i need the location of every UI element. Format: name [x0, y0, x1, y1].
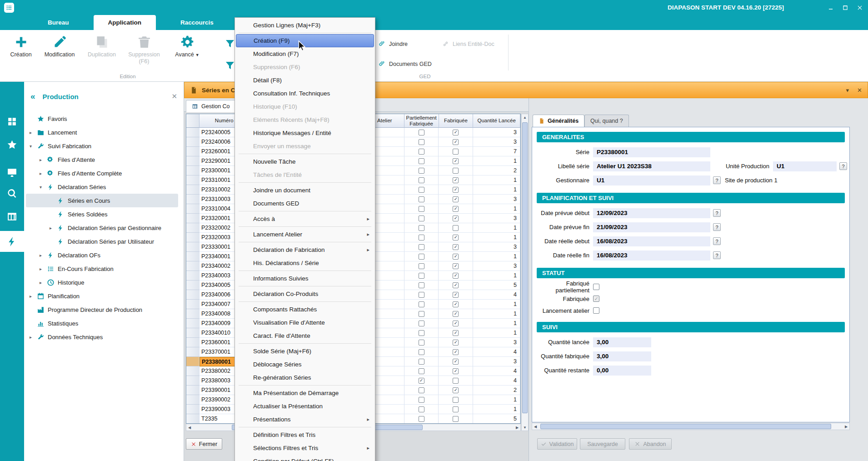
checkbox[interactable]: [419, 177, 424, 183]
abandon-button[interactable]: Abandon: [629, 438, 672, 450]
tree-item[interactable]: ▸En-Cours Fabrication: [26, 262, 184, 276]
row-selector[interactable]: [186, 357, 200, 366]
scroll-right-icon[interactable]: ▶: [843, 423, 849, 430]
tree-collapsed-arrow-icon[interactable]: ▸: [30, 130, 37, 135]
checkbox[interactable]: [419, 292, 424, 298]
creation-button[interactable]: Création: [5, 35, 36, 58]
menu-item[interactable]: Ma Présentation de Démarrage: [236, 386, 374, 400]
row-selector[interactable]: [186, 338, 200, 347]
column-header[interactable]: Partiellement Fabriquée: [404, 114, 439, 128]
menu-item[interactable]: Solde Série (Maj+F6): [236, 345, 374, 358]
suppression-button[interactable]: Suppression (F6): [125, 35, 164, 65]
tree-item[interactable]: ▸Déclaration OFs: [26, 248, 184, 262]
checkbox[interactable]: ✓: [453, 387, 459, 393]
field-value[interactable]: Atelier U1 2023S38: [593, 161, 710, 171]
checkbox[interactable]: ✓: [453, 196, 459, 202]
row-selector[interactable]: [186, 175, 200, 185]
field-value[interactable]: 21/09/2023: [593, 222, 710, 232]
maximize-icon[interactable]: [841, 3, 850, 12]
row-selector[interactable]: [186, 271, 200, 281]
help-button[interactable]: ?: [713, 176, 721, 184]
checkbox[interactable]: [419, 254, 424, 260]
tree-expanded-arrow-icon[interactable]: ▾: [40, 185, 47, 190]
checkbox[interactable]: ✓: [453, 139, 459, 145]
menu-item[interactable]: Informations Suivies: [236, 272, 374, 285]
menu-item[interactable]: Historique Messages / Entité: [236, 126, 374, 140]
menu-item[interactable]: Sélections Filtres et Tris▸: [236, 441, 374, 455]
menu-item[interactable]: Suppression (F6): [236, 60, 374, 74]
checkbox[interactable]: [593, 307, 599, 314]
scroll-left-icon[interactable]: ◀: [186, 424, 193, 431]
checkbox[interactable]: ✓: [453, 349, 459, 355]
menu-item[interactable]: Déclaration Co-Produits: [236, 287, 374, 301]
checkbox[interactable]: [453, 378, 459, 384]
row-selector[interactable]: [186, 395, 200, 405]
close-panel-icon[interactable]: ✕: [171, 92, 177, 100]
checkbox[interactable]: [419, 206, 424, 212]
checkbox[interactable]: ✓: [453, 321, 459, 326]
column-header[interactable]: Fabriquée: [439, 114, 474, 128]
menu-item[interactable]: Actualiser la Présentation: [236, 400, 374, 413]
modification-button[interactable]: Modification: [40, 35, 79, 58]
menu-item[interactable]: Présentations▸: [236, 413, 374, 426]
grid-vertical-scrollbar[interactable]: ▲ ▼: [521, 114, 529, 431]
checkbox[interactable]: ✓: [453, 263, 459, 269]
duplication-button[interactable]: Duplication: [83, 35, 121, 58]
scroll-right-icon[interactable]: ▶: [514, 424, 520, 431]
menu-item[interactable]: Détail (F8): [236, 74, 374, 87]
menu-item[interactable]: Historique (F10): [236, 100, 374, 113]
checkbox[interactable]: [419, 263, 424, 269]
checkbox[interactable]: [419, 168, 424, 174]
checkbox[interactable]: [419, 273, 424, 279]
tab-bureau[interactable]: Bureau: [33, 15, 84, 30]
checkbox[interactable]: [419, 225, 424, 231]
checkbox[interactable]: [419, 244, 424, 250]
checkbox[interactable]: ✓: [453, 273, 459, 279]
tree-item[interactable]: Déclaration Séries par Utilisateur: [26, 235, 184, 248]
field-value[interactable]: U1: [773, 161, 837, 171]
checkbox[interactable]: [453, 406, 459, 412]
checkbox[interactable]: [419, 330, 424, 336]
row-selector[interactable]: [186, 261, 200, 271]
checkbox[interactable]: [419, 282, 424, 288]
close-icon[interactable]: [855, 3, 864, 12]
tree-collapsed-arrow-icon[interactable]: ▸: [40, 253, 47, 258]
module-data-table-button[interactable]: [0, 206, 24, 227]
menu-item[interactable]: Composants Rattachés: [236, 303, 374, 316]
tree-collapsed-arrow-icon[interactable]: ▸: [40, 157, 47, 162]
dropdown-icon[interactable]: ▾: [846, 87, 849, 94]
checkbox[interactable]: [419, 196, 424, 202]
checkbox[interactable]: [419, 311, 424, 317]
row-selector[interactable]: [186, 290, 200, 300]
checkbox[interactable]: ✓: [453, 330, 459, 336]
checkbox[interactable]: [419, 406, 424, 412]
checkbox[interactable]: [419, 321, 424, 326]
module-search-button[interactable]: [0, 183, 24, 204]
tree-item[interactable]: Séries en Cours: [26, 194, 178, 207]
tab-application[interactable]: Application: [94, 15, 156, 30]
field-value[interactable]: P23380001: [593, 147, 710, 157]
field-value[interactable]: 16/08/2023: [593, 251, 710, 261]
checkbox[interactable]: [593, 284, 599, 290]
row-selector[interactable]: [186, 328, 200, 338]
module-desktop-button[interactable]: [0, 162, 24, 183]
row-selector[interactable]: [186, 185, 200, 195]
field-value[interactable]: 12/09/2023: [593, 208, 710, 218]
checkbox[interactable]: [419, 139, 424, 145]
menu-item[interactable]: Gestion Lignes (Maj+F3): [236, 19, 374, 32]
documents-ged-button[interactable]: Documents GED: [378, 60, 432, 68]
menu-item[interactable]: Accès à▸: [236, 212, 374, 225]
checkbox[interactable]: ✓: [453, 244, 459, 250]
tree-item[interactable]: ▸Files d'Attente: [26, 153, 184, 166]
checkbox[interactable]: ✓: [453, 177, 459, 183]
tab-generalites[interactable]: Généralités: [533, 115, 584, 127]
row-selector[interactable]: [186, 366, 200, 376]
field-value[interactable]: 0,00: [593, 366, 651, 376]
row-selector[interactable]: [186, 252, 200, 261]
row-selector[interactable]: [186, 300, 200, 309]
tab-gestion[interactable]: Gestion Co: [186, 100, 236, 112]
checkbox[interactable]: [453, 149, 459, 155]
checkbox[interactable]: ✓: [453, 158, 459, 164]
row-selector[interactable]: [186, 376, 200, 386]
row-selector[interactable]: [186, 233, 200, 242]
